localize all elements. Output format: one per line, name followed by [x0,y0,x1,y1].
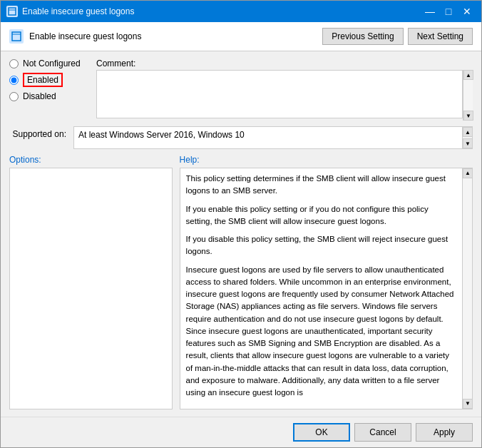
help-scroll-down[interactable]: ▼ [463,399,473,409]
help-label: Help: [180,155,473,165]
header-icon [9,29,24,44]
minimize-button[interactable]: — [421,4,439,19]
help-scroll-up[interactable]: ▲ [463,168,473,178]
supported-scroll-up[interactable]: ▲ [463,127,473,137]
options-box [9,168,173,409]
previous-setting-button[interactable]: Previous Setting [322,28,403,45]
close-button[interactable]: ✕ [458,4,476,19]
title-bar-text: Enable insecure guest logons [22,6,417,16]
top-fields: Not Configured Enabled Disabled Comment:… [9,58,473,121]
comment-textarea[interactable] [96,70,463,118]
window-icon [6,6,18,17]
help-text: This policy setting determines if the SM… [186,173,466,404]
not-configured-radio[interactable] [9,59,19,68]
disabled-label: Disabled [23,91,56,101]
help-para-1: This policy setting determines if the SM… [186,173,455,198]
help-para-2: If you enable this policy setting or if … [186,203,455,228]
comment-label: Comment: [96,58,473,68]
help-para-4: Insecure guest logons are used by file s… [186,264,455,399]
header-subtitle: Enable insecure guest logons [29,31,317,41]
disabled-radio[interactable] [9,92,19,101]
not-configured-label: Not Configured [23,58,81,68]
disabled-option[interactable]: Disabled [9,91,88,101]
supported-label: Supported on: [9,126,66,139]
footer-buttons: OK Cancel Apply [1,417,481,447]
enabled-radio[interactable] [9,76,19,85]
supported-scrollbar: ▲ ▼ [462,127,472,148]
comment-section: Comment: ▲ ▼ [96,58,473,121]
help-para-3: If you disable this policy setting, the … [186,233,455,258]
cancel-button[interactable]: Cancel [354,423,411,442]
not-configured-option[interactable]: Not Configured [9,58,88,68]
main-window: Enable insecure guest logons — □ ✕ Enabl… [0,0,482,448]
comment-scrollbar: ▲ ▼ [463,70,473,121]
maximize-button[interactable]: □ [440,4,457,19]
help-box: This policy setting determines if the SM… [180,168,473,409]
enabled-label: Enabled [23,73,63,87]
svg-rect-0 [9,8,16,15]
header-buttons: Previous Setting Next Setting [322,28,473,45]
options-section: Options: [9,155,173,409]
main-section: Not Configured Enabled Disabled Comment:… [1,51,481,417]
header-section: Enable insecure guest logons Previous Se… [1,22,481,51]
options-label: Options: [9,155,173,165]
supported-box: At least Windows Server 2016, Windows 10… [73,126,473,149]
title-bar-controls: — □ ✕ [421,4,476,19]
title-bar: Enable insecure guest logons — □ ✕ [1,1,481,22]
ok-button[interactable]: OK [293,423,350,442]
supported-value: At least Windows Server 2016, Windows 10 [78,130,245,140]
apply-button[interactable]: Apply [416,423,473,442]
options-help-row: Options: Help: This policy setting deter… [9,155,473,409]
scroll-up-arrow[interactable]: ▲ [463,70,473,80]
supported-row: Supported on: At least Windows Server 20… [9,126,473,149]
help-section: Help: This policy setting determines if … [180,155,473,409]
next-setting-button[interactable]: Next Setting [408,28,473,45]
radio-group: Not Configured Enabled Disabled [9,58,88,101]
supported-scroll-down[interactable]: ▼ [463,138,473,148]
enabled-option[interactable]: Enabled [9,73,88,87]
help-scrollbar: ▲ ▼ [462,168,472,409]
scroll-down-arrow[interactable]: ▼ [463,111,473,121]
svg-rect-2 [12,32,21,41]
